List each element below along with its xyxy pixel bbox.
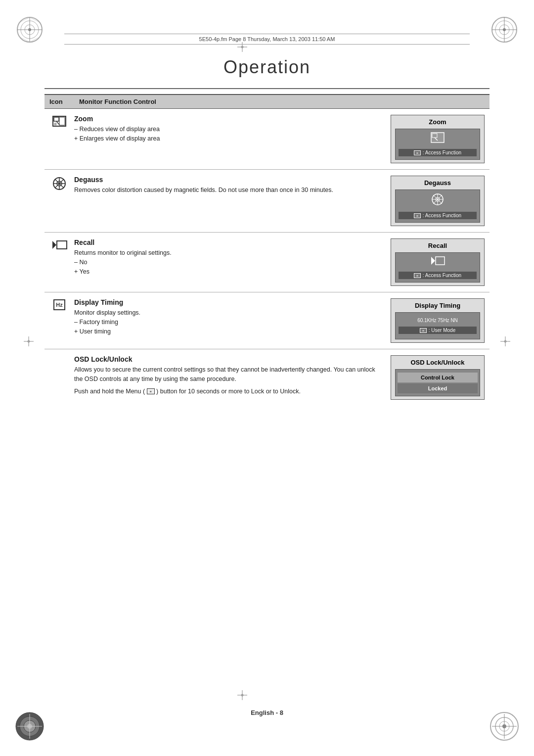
osd-box-osd-lock: Control Lock Locked bbox=[395, 369, 480, 396]
page-footer: English - 8 bbox=[0, 709, 534, 716]
hz-icon: Hz bbox=[53, 299, 65, 310]
preview-cell-zoom: Zoom ≡ : Access Function bbox=[386, 115, 490, 163]
func-desc-zoom: – Reduces view of display area + Enlarge… bbox=[74, 125, 376, 143]
osd-user-mode: ≡ : User Mode bbox=[399, 327, 477, 334]
svg-point-27 bbox=[502, 724, 506, 728]
osd-title-display-timing: Display Timing bbox=[395, 302, 480, 309]
osd-preview-osd-lock: OSD Lock/Unlock Control Lock Locked bbox=[391, 355, 485, 400]
func-desc-display-timing: Monitor display settings. – Factory timi… bbox=[74, 308, 376, 336]
table-header: Icon Monitor Function Control bbox=[44, 94, 490, 109]
svg-marker-62 bbox=[431, 257, 435, 265]
recall-icon bbox=[51, 239, 67, 250]
func-name-degauss: Degauss bbox=[74, 176, 376, 184]
osd-access-fn-recall: ≡ : Access Function bbox=[399, 272, 477, 279]
zoom-icon: ⊞ bbox=[52, 116, 66, 127]
osd-locked-label: Locked bbox=[398, 383, 478, 393]
svg-point-15 bbox=[503, 28, 506, 31]
degauss-icon bbox=[52, 177, 66, 190]
menu-icon-display-timing: ≡ bbox=[420, 328, 427, 333]
osd-box-display-timing: 60.1KHz 75Hz NN ≡ : User Mode bbox=[395, 312, 480, 339]
svg-text:⊞: ⊞ bbox=[54, 122, 57, 126]
desc-cell-degauss: Degauss Removes color distortion caused … bbox=[74, 176, 386, 195]
osd-zoom-icon bbox=[431, 132, 445, 146]
icon-cell-recall bbox=[44, 238, 74, 250]
file-header: 5E50-4p.fm Page 8 Thursday, March 13, 20… bbox=[64, 34, 470, 45]
icon-cell-hz: Hz bbox=[44, 298, 74, 310]
row-degauss: Degauss Removes color distortion caused … bbox=[44, 170, 490, 233]
osd-timing-text: 60.1KHz 75Hz NN bbox=[417, 318, 458, 323]
osd-preview-zoom: Zoom ≡ : Access Function bbox=[391, 115, 485, 163]
desc-cell-recall: Recall Returns monitor to original setti… bbox=[74, 238, 386, 276]
osd-box-recall: ≡ : Access Function bbox=[395, 252, 480, 283]
func-name-recall: Recall bbox=[74, 238, 376, 246]
osd-recall-icon bbox=[430, 256, 445, 269]
row-display-timing: Hz Display Timing Monitor display settin… bbox=[44, 292, 490, 349]
osd-title-zoom: Zoom bbox=[395, 118, 480, 126]
svg-rect-63 bbox=[436, 257, 445, 265]
page-title: Operation bbox=[0, 57, 534, 78]
menu-icon-degauss: ≡ bbox=[414, 213, 421, 218]
crosshair-right bbox=[500, 336, 510, 348]
desc-cell-zoom: Zoom – Reduces view of display area + En… bbox=[74, 115, 386, 143]
osd-title-osd-lock: OSD Lock/Unlock bbox=[395, 359, 480, 366]
desc-cell-display-timing: Display Timing Monitor display settings.… bbox=[74, 298, 386, 336]
func-desc-osd-lock: Allows you to secure the current control… bbox=[74, 365, 376, 396]
row-osd-lock: OSD Lock/Unlock Allows you to secure the… bbox=[44, 349, 490, 406]
osd-title-recall: Recall bbox=[395, 242, 480, 249]
osd-box-degauss: ≡ : Access Function bbox=[395, 189, 480, 223]
preview-cell-degauss: Degauss ≡ : Access bbox=[386, 176, 490, 226]
func-name-display-timing: Display Timing bbox=[74, 298, 376, 306]
func-name-zoom: Zoom bbox=[74, 115, 376, 123]
osd-title-degauss: Degauss bbox=[395, 179, 480, 187]
osd-preview-recall: Recall ≡ : Access Function bbox=[391, 238, 485, 286]
row-zoom: ⊞ Zoom – Reduces view of display area + … bbox=[44, 109, 490, 170]
title-divider bbox=[44, 88, 490, 89]
row-recall: Recall Returns monitor to original setti… bbox=[44, 233, 490, 292]
osd-preview-display-timing: Display Timing 60.1KHz 75Hz NN ≡ : User … bbox=[391, 298, 485, 343]
osd-access-fn-degauss: ≡ : Access Function bbox=[399, 212, 477, 219]
header-function-col: Monitor Function Control bbox=[79, 98, 485, 105]
icon-cell-zoom: ⊞ bbox=[44, 115, 74, 127]
desc-cell-osd-lock: OSD Lock/Unlock Allows you to secure the… bbox=[74, 355, 386, 396]
preview-cell-recall: Recall ≡ : Access Function bbox=[386, 238, 490, 286]
svg-rect-61 bbox=[57, 241, 67, 249]
osd-box-zoom: ≡ : Access Function bbox=[395, 129, 480, 160]
menu-icon-recall: ≡ bbox=[414, 273, 421, 278]
func-name-osd-lock: OSD Lock/Unlock bbox=[74, 355, 376, 363]
osd-control-lock-label: Control Lock bbox=[398, 373, 478, 382]
menu-icon-zoom: ≡ bbox=[414, 150, 421, 155]
preview-cell-display-timing: Display Timing 60.1KHz 75Hz NN ≡ : User … bbox=[386, 298, 490, 343]
func-desc-recall: Returns monitor to original settings. – … bbox=[74, 248, 376, 276]
osd-access-fn-zoom: ≡ : Access Function bbox=[399, 149, 477, 156]
svg-marker-60 bbox=[52, 241, 56, 249]
crosshair-left bbox=[24, 336, 34, 348]
osd-preview-degauss: Degauss ≡ : Access bbox=[391, 176, 485, 226]
svg-point-5 bbox=[28, 28, 31, 31]
func-desc-degauss: Removes color distortion caused by magne… bbox=[74, 186, 376, 195]
header-icon-col: Icon bbox=[49, 98, 79, 105]
icon-cell-degauss bbox=[44, 176, 74, 190]
osd-degauss-icon bbox=[431, 193, 444, 209]
preview-cell-osd-lock: OSD Lock/Unlock Control Lock Locked bbox=[386, 355, 490, 400]
corner-mark-tr bbox=[490, 15, 519, 45]
icon-cell-osd-lock bbox=[44, 355, 74, 356]
main-content: Icon Monitor Function Control ⊞ Zoom – R… bbox=[44, 94, 490, 697]
corner-mark-tl bbox=[15, 15, 44, 45]
